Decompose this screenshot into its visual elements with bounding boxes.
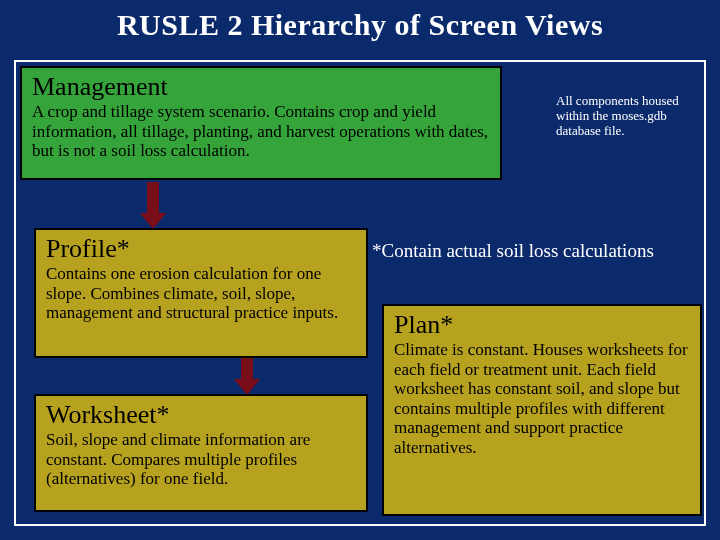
arrow-shaft [147,182,159,214]
worksheet-heading: Worksheet* [46,400,356,430]
profile-heading: Profile* [46,234,356,264]
profile-body: Contains one erosion calculation for one… [46,264,356,323]
arrow-management-to-profile [140,182,166,229]
arrow-profile-to-worksheet [234,358,260,395]
footnote-caption: *Contain actual soil loss calculations [372,240,702,262]
management-body: A crop and tillage system scenario. Cont… [32,102,490,161]
plan-heading: Plan* [394,310,690,340]
hierarchy-frame: Management A crop and tillage system sce… [14,60,706,526]
database-note: All components housed within the moses.g… [556,94,706,139]
worksheet-box: Worksheet* Soil, slope and climate infor… [34,394,368,512]
management-heading: Management [32,72,490,102]
profile-box: Profile* Contains one erosion calculatio… [34,228,368,358]
arrow-head-icon [234,379,260,395]
slide-title: RUSLE 2 Hierarchy of Screen Views [0,0,720,42]
arrow-head-icon [140,213,166,229]
management-box: Management A crop and tillage system sce… [20,66,502,180]
plan-body: Climate is constant. Houses worksheets f… [394,340,690,457]
worksheet-body: Soil, slope and climate information are … [46,430,356,489]
arrow-shaft [241,358,253,380]
plan-box: Plan* Climate is constant. Houses worksh… [382,304,702,516]
